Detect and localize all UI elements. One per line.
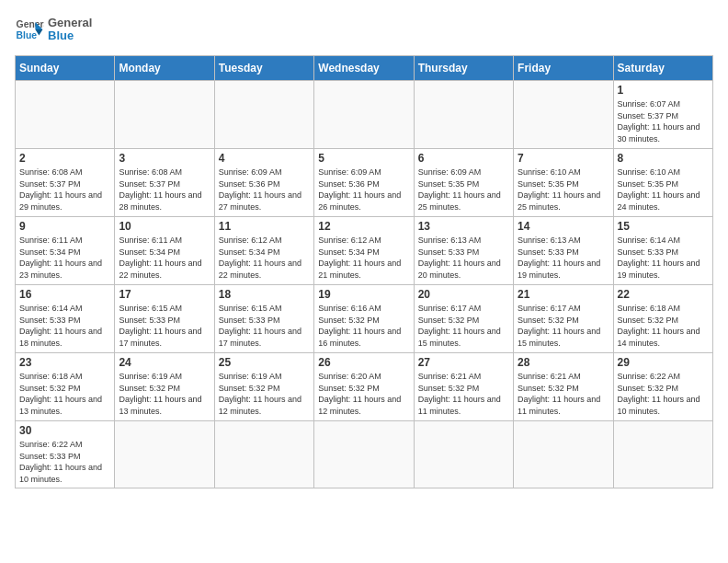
day-number: 14 <box>518 220 609 233</box>
day-info: Sunrise: 6:14 AM Sunset: 5:33 PM Dayligh… <box>618 235 709 281</box>
day-number: 24 <box>119 356 210 369</box>
calendar-table: SundayMondayTuesdayWednesdayThursdayFrid… <box>15 55 713 488</box>
calendar-cell: 20Sunrise: 6:17 AM Sunset: 5:32 PM Dayli… <box>414 285 513 353</box>
calendar-cell: 29Sunrise: 6:22 AM Sunset: 5:32 PM Dayli… <box>613 353 712 421</box>
calendar-cell: 17Sunrise: 6:15 AM Sunset: 5:33 PM Dayli… <box>115 285 214 353</box>
day-info: Sunrise: 6:22 AM Sunset: 5:32 PM Dayligh… <box>618 371 709 417</box>
svg-text:Blue: Blue <box>17 30 38 40</box>
day-number: 7 <box>518 152 609 165</box>
calendar-header: SundayMondayTuesdayWednesdayThursdayFrid… <box>16 56 713 81</box>
calendar-cell: 27Sunrise: 6:21 AM Sunset: 5:32 PM Dayli… <box>414 353 513 421</box>
day-info: Sunrise: 6:07 AM Sunset: 5:37 PM Dayligh… <box>618 98 709 144</box>
day-number: 6 <box>418 152 509 165</box>
calendar-cell <box>214 421 313 488</box>
calendar-cell: 10Sunrise: 6:11 AM Sunset: 5:34 PM Dayli… <box>115 217 214 285</box>
day-number: 22 <box>618 288 709 301</box>
day-info: Sunrise: 6:12 AM Sunset: 5:34 PM Dayligh… <box>219 235 310 281</box>
calendar-cell: 28Sunrise: 6:21 AM Sunset: 5:32 PM Dayli… <box>514 353 613 421</box>
day-number: 3 <box>119 152 210 165</box>
day-number: 19 <box>318 288 409 301</box>
day-number: 29 <box>618 356 709 369</box>
calendar-cell <box>16 81 115 149</box>
calendar-cell: 16Sunrise: 6:14 AM Sunset: 5:33 PM Dayli… <box>16 285 115 353</box>
calendar-cell <box>613 421 712 488</box>
calendar-cell: 14Sunrise: 6:13 AM Sunset: 5:33 PM Dayli… <box>514 217 613 285</box>
col-header-sunday: Sunday <box>16 56 115 81</box>
calendar-cell: 12Sunrise: 6:12 AM Sunset: 5:34 PM Dayli… <box>314 217 414 285</box>
calendar-cell: 11Sunrise: 6:12 AM Sunset: 5:34 PM Dayli… <box>214 217 313 285</box>
day-number: 25 <box>219 356 310 369</box>
day-info: Sunrise: 6:20 AM Sunset: 5:32 PM Dayligh… <box>318 371 409 417</box>
day-info: Sunrise: 6:09 AM Sunset: 5:36 PM Dayligh… <box>318 167 409 213</box>
day-number: 23 <box>19 356 110 369</box>
day-info: Sunrise: 6:19 AM Sunset: 5:32 PM Dayligh… <box>119 371 210 417</box>
col-header-wednesday: Wednesday <box>314 56 414 81</box>
day-info: Sunrise: 6:09 AM Sunset: 5:35 PM Dayligh… <box>418 167 509 213</box>
col-header-monday: Monday <box>115 56 214 81</box>
day-number: 8 <box>618 152 709 165</box>
calendar-cell: 26Sunrise: 6:20 AM Sunset: 5:32 PM Dayli… <box>314 353 414 421</box>
day-number: 11 <box>219 220 310 233</box>
calendar-cell <box>414 81 513 149</box>
day-number: 27 <box>418 356 509 369</box>
day-number: 30 <box>19 424 110 437</box>
day-number: 21 <box>518 288 609 301</box>
calendar-cell: 15Sunrise: 6:14 AM Sunset: 5:33 PM Dayli… <box>613 217 712 285</box>
calendar-cell: 3Sunrise: 6:08 AM Sunset: 5:37 PM Daylig… <box>115 149 214 217</box>
day-number: 20 <box>418 288 509 301</box>
day-info: Sunrise: 6:13 AM Sunset: 5:33 PM Dayligh… <box>418 235 509 281</box>
calendar-cell: 19Sunrise: 6:16 AM Sunset: 5:32 PM Dayli… <box>314 285 414 353</box>
calendar-cell <box>115 421 214 488</box>
day-info: Sunrise: 6:13 AM Sunset: 5:33 PM Dayligh… <box>518 235 609 281</box>
day-number: 9 <box>19 220 110 233</box>
calendar-cell <box>314 421 414 488</box>
calendar-cell: 24Sunrise: 6:19 AM Sunset: 5:32 PM Dayli… <box>115 353 214 421</box>
day-info: Sunrise: 6:09 AM Sunset: 5:36 PM Dayligh… <box>219 167 310 213</box>
calendar-cell <box>514 421 613 488</box>
col-header-thursday: Thursday <box>414 56 513 81</box>
calendar-cell <box>414 421 513 488</box>
calendar-cell: 6Sunrise: 6:09 AM Sunset: 5:35 PM Daylig… <box>414 149 513 217</box>
day-number: 15 <box>618 220 709 233</box>
day-info: Sunrise: 6:12 AM Sunset: 5:34 PM Dayligh… <box>318 235 409 281</box>
calendar-cell: 4Sunrise: 6:09 AM Sunset: 5:36 PM Daylig… <box>214 149 313 217</box>
day-info: Sunrise: 6:18 AM Sunset: 5:32 PM Dayligh… <box>19 371 110 417</box>
calendar-cell: 13Sunrise: 6:13 AM Sunset: 5:33 PM Dayli… <box>414 217 513 285</box>
day-info: Sunrise: 6:10 AM Sunset: 5:35 PM Dayligh… <box>518 167 609 213</box>
day-number: 4 <box>219 152 310 165</box>
calendar-cell: 7Sunrise: 6:10 AM Sunset: 5:35 PM Daylig… <box>514 149 613 217</box>
day-number: 28 <box>518 356 609 369</box>
calendar-cell: 25Sunrise: 6:19 AM Sunset: 5:32 PM Dayli… <box>214 353 313 421</box>
logo-blue-text: Blue <box>48 29 92 42</box>
day-info: Sunrise: 6:11 AM Sunset: 5:34 PM Dayligh… <box>119 235 210 281</box>
day-info: Sunrise: 6:21 AM Sunset: 5:32 PM Dayligh… <box>418 371 509 417</box>
day-info: Sunrise: 6:15 AM Sunset: 5:33 PM Dayligh… <box>119 303 210 349</box>
day-number: 13 <box>418 220 509 233</box>
calendar-cell: 21Sunrise: 6:17 AM Sunset: 5:32 PM Dayli… <box>514 285 613 353</box>
calendar-cell <box>214 81 313 149</box>
day-info: Sunrise: 6:08 AM Sunset: 5:37 PM Dayligh… <box>119 167 210 213</box>
calendar-cell: 9Sunrise: 6:11 AM Sunset: 5:34 PM Daylig… <box>16 217 115 285</box>
calendar-cell: 8Sunrise: 6:10 AM Sunset: 5:35 PM Daylig… <box>613 149 712 217</box>
logo-icon: General Blue <box>15 15 44 44</box>
day-info: Sunrise: 6:17 AM Sunset: 5:32 PM Dayligh… <box>518 303 609 349</box>
logo-general-text: General <box>48 17 92 29</box>
day-info: Sunrise: 6:22 AM Sunset: 5:33 PM Dayligh… <box>19 439 110 485</box>
calendar-cell: 30Sunrise: 6:22 AM Sunset: 5:33 PM Dayli… <box>16 421 115 488</box>
calendar-cell: 22Sunrise: 6:18 AM Sunset: 5:32 PM Dayli… <box>613 285 712 353</box>
col-header-tuesday: Tuesday <box>214 56 313 81</box>
page-header: General Blue General Blue <box>15 15 713 44</box>
calendar-cell <box>514 81 613 149</box>
calendar-cell <box>115 81 214 149</box>
logo: General Blue General Blue <box>15 15 92 44</box>
day-number: 17 <box>119 288 210 301</box>
day-info: Sunrise: 6:10 AM Sunset: 5:35 PM Dayligh… <box>618 167 709 213</box>
day-number: 12 <box>318 220 409 233</box>
col-header-saturday: Saturday <box>613 56 712 81</box>
day-number: 26 <box>318 356 409 369</box>
day-number: 18 <box>219 288 310 301</box>
calendar-cell: 23Sunrise: 6:18 AM Sunset: 5:32 PM Dayli… <box>16 353 115 421</box>
day-number: 5 <box>318 152 409 165</box>
day-info: Sunrise: 6:16 AM Sunset: 5:32 PM Dayligh… <box>318 303 409 349</box>
day-info: Sunrise: 6:14 AM Sunset: 5:33 PM Dayligh… <box>19 303 110 349</box>
